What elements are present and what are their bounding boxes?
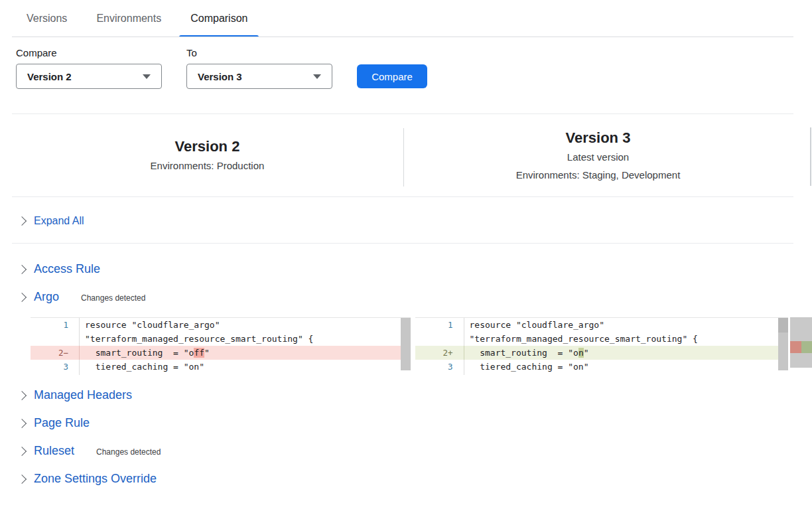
section-page-rule[interactable]: Page Rule xyxy=(19,415,812,431)
section-managed-headers[interactable]: Managed Headers xyxy=(19,388,812,403)
version-headers: Version 2 Environments: Production Versi… xyxy=(12,113,793,197)
section-label: Ruleset xyxy=(34,444,74,458)
right-version-latest-label: Latest version xyxy=(403,150,793,165)
code-line-added: 2+ smart_routing = "on" xyxy=(415,346,789,360)
left-version-header: Version 2 Environments: Production xyxy=(12,114,403,196)
section-ruleset[interactable]: Ruleset Changes detected xyxy=(19,443,812,459)
scrollbar[interactable] xyxy=(778,318,788,370)
changes-detected-badge: Changes detected xyxy=(81,293,145,303)
left-version-title: Version 2 xyxy=(12,137,403,155)
chevron-right-icon xyxy=(17,216,27,226)
removed-inline-highlight: ff xyxy=(194,348,204,358)
tab-environments[interactable]: Environments xyxy=(85,0,172,37)
section-argo[interactable]: Argo Changes detected xyxy=(19,289,812,305)
section-label: Access Rule xyxy=(34,262,100,276)
compare-label: Compare xyxy=(16,47,162,58)
chevron-right-icon xyxy=(17,446,27,455)
minimap-added-block xyxy=(801,341,812,353)
line-number: 1 xyxy=(31,318,80,332)
code-line: 3 tiered_caching = "on" xyxy=(31,360,411,374)
compare-to-select[interactable]: Version 3 xyxy=(186,64,332,89)
chevron-right-icon xyxy=(17,418,27,427)
diff-pane-right: 1 resource "cloudflare_argo" "terraform_… xyxy=(415,317,789,375)
code-text: "terraform_managed_resource_smart_routin… xyxy=(80,332,313,346)
compare-to-value: Version 3 xyxy=(198,71,242,82)
compare-from-select[interactable]: Version 2 xyxy=(16,64,162,89)
code-line-removed: 2− smart_routing = "off" xyxy=(31,346,411,360)
diff-pane-left: 1 resource "cloudflare_argo" "terraform_… xyxy=(31,317,411,375)
code-line: 3 tiered_caching = "on" xyxy=(415,360,789,374)
to-label: To xyxy=(186,47,332,58)
code-text: "terraform_managed_resource_smart_routin… xyxy=(464,332,698,346)
section-label: Managed Headers xyxy=(34,388,132,402)
expand-all-button[interactable]: Expand All xyxy=(12,197,793,244)
chevron-right-icon xyxy=(17,292,27,301)
section-label: Page Rule xyxy=(34,416,90,430)
line-number xyxy=(415,332,464,346)
minimap-removed-block xyxy=(790,341,801,353)
tab-versions[interactable]: Versions xyxy=(15,0,78,37)
section-zone-settings-override[interactable]: Zone Settings Override xyxy=(19,471,812,486)
line-number: 3 xyxy=(415,360,464,374)
section-label: Argo xyxy=(34,290,59,304)
line-number: 1 xyxy=(415,318,464,332)
line-number: 3 xyxy=(31,360,80,374)
code-text: tiered_caching = "on" xyxy=(464,360,589,374)
code-line-wrap: "terraform_managed_resource_smart_routin… xyxy=(31,332,411,346)
compare-form: Compare Version 2 To Version 3 Compare xyxy=(0,38,812,89)
code-line-clipped: } xyxy=(31,374,411,375)
column-divider xyxy=(403,128,404,187)
chevron-down-icon xyxy=(313,74,321,79)
tab-bar-divider xyxy=(12,37,793,37)
added-inline-highlight: n xyxy=(578,348,584,358)
diff-minimap[interactable] xyxy=(790,317,812,368)
code-text: } xyxy=(464,374,475,375)
code-text: tiered_caching = "on" xyxy=(80,360,204,374)
scrollbar[interactable] xyxy=(401,318,411,370)
code-text: } xyxy=(80,374,90,375)
code-line-wrap: "terraform_managed_resource_smart_routin… xyxy=(415,332,789,346)
code-text: smart_routing = "off" xyxy=(80,346,210,360)
right-version-header: Version 3 Latest version Environments: S… xyxy=(403,114,793,196)
code-line: 1 resource "cloudflare_argo" xyxy=(31,318,411,332)
page-scrollbar[interactable] xyxy=(810,127,811,186)
chevron-down-icon xyxy=(143,74,151,79)
code-line-clipped: } xyxy=(415,374,789,375)
line-number xyxy=(31,332,80,346)
line-number: 2+ xyxy=(415,346,464,360)
left-version-environments: Environments: Production xyxy=(12,159,403,173)
tab-comparison[interactable]: Comparison xyxy=(179,0,259,37)
line-number: 2− xyxy=(31,346,80,360)
code-text: smart_routing = "on" xyxy=(464,346,589,360)
argo-diff-viewer: 1 resource "cloudflare_argo" "terraform_… xyxy=(31,317,812,375)
code-line: 1 resource "cloudflare_argo" xyxy=(415,318,789,332)
tab-bar: Versions Environments Comparison xyxy=(0,0,812,38)
comparison-sections: Access Rule Argo Changes detected 1 reso… xyxy=(0,262,812,486)
chevron-right-icon xyxy=(17,474,27,483)
section-label: Zone Settings Override xyxy=(34,472,157,486)
changes-detected-badge: Changes detected xyxy=(96,447,161,457)
line-number xyxy=(31,374,80,375)
right-version-title: Version 3 xyxy=(403,129,793,147)
line-number xyxy=(415,374,464,375)
compare-from-value: Version 2 xyxy=(27,71,72,82)
chevron-right-icon xyxy=(17,264,27,273)
right-version-environments: Environments: Staging, Development xyxy=(403,168,793,183)
chevron-right-icon xyxy=(17,390,27,400)
code-text: resource "cloudflare_argo" xyxy=(80,318,220,332)
compare-button[interactable]: Compare xyxy=(357,64,427,88)
section-access-rule[interactable]: Access Rule xyxy=(19,262,812,277)
scrollbar-thumb[interactable] xyxy=(778,318,788,333)
expand-all-label: Expand All xyxy=(34,215,84,227)
code-text: resource "cloudflare_argo" xyxy=(464,318,605,332)
